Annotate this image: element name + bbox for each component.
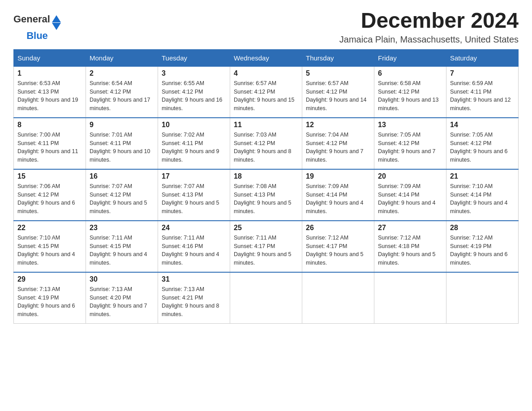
- day-number: 7: [450, 69, 515, 77]
- table-row: 17 Sunrise: 7:07 AM Sunset: 4:13 PM Dayl…: [158, 169, 230, 221]
- table-row: 31 Sunrise: 7:13 AM Sunset: 4:21 PM Dayl…: [158, 272, 230, 324]
- day-info: Sunrise: 7:07 AM Sunset: 4:12 PM Dayligh…: [90, 182, 154, 216]
- day-info: Sunrise: 7:11 AM Sunset: 4:15 PM Dayligh…: [90, 234, 154, 267]
- logo: General Blue: [13, 13, 61, 42]
- calendar-week-1: 1 Sunrise: 6:53 AM Sunset: 4:13 PM Dayli…: [14, 66, 519, 118]
- day-info: Sunrise: 7:13 AM Sunset: 4:20 PM Dayligh…: [90, 285, 154, 319]
- table-row: 11 Sunrise: 7:03 AM Sunset: 4:12 PM Dayl…: [230, 118, 302, 169]
- table-row: 23 Sunrise: 7:11 AM Sunset: 4:15 PM Dayl…: [86, 221, 158, 272]
- table-row: 26 Sunrise: 7:12 AM Sunset: 4:17 PM Dayl…: [302, 221, 374, 272]
- table-row: 19 Sunrise: 7:09 AM Sunset: 4:14 PM Dayl…: [302, 169, 374, 221]
- day-info: Sunrise: 6:57 AM Sunset: 4:12 PM Dayligh…: [306, 79, 370, 113]
- col-tuesday: Tuesday: [158, 49, 230, 66]
- day-info: Sunrise: 6:54 AM Sunset: 4:12 PM Dayligh…: [90, 79, 154, 113]
- day-info: Sunrise: 6:53 AM Sunset: 4:13 PM Dayligh…: [17, 79, 82, 113]
- day-number: 28: [450, 224, 515, 232]
- day-number: 8: [17, 121, 82, 129]
- calendar-week-3: 15 Sunrise: 7:06 AM Sunset: 4:12 PM Dayl…: [14, 169, 519, 221]
- table-row: 25 Sunrise: 7:11 AM Sunset: 4:17 PM Dayl…: [230, 221, 302, 272]
- day-number: 29: [17, 275, 82, 283]
- calendar-week-2: 8 Sunrise: 7:00 AM Sunset: 4:11 PM Dayli…: [14, 118, 519, 169]
- day-info: Sunrise: 7:03 AM Sunset: 4:12 PM Dayligh…: [234, 131, 298, 164]
- day-number: 14: [450, 121, 515, 129]
- calendar-header-row: Sunday Monday Tuesday Wednesday Thursday…: [14, 49, 519, 66]
- day-number: 13: [378, 121, 442, 129]
- day-number: 18: [234, 172, 298, 180]
- col-wednesday: Wednesday: [230, 49, 302, 66]
- table-row: 29 Sunrise: 7:13 AM Sunset: 4:19 PM Dayl…: [14, 272, 86, 324]
- day-number: 20: [378, 172, 442, 180]
- day-info: Sunrise: 7:12 AM Sunset: 4:19 PM Dayligh…: [450, 234, 515, 267]
- table-row: 14 Sunrise: 7:05 AM Sunset: 4:12 PM Dayl…: [446, 118, 519, 169]
- table-row: 15 Sunrise: 7:06 AM Sunset: 4:12 PM Dayl…: [14, 169, 86, 221]
- day-number: 10: [162, 121, 226, 129]
- table-row: [230, 272, 302, 324]
- day-info: Sunrise: 7:05 AM Sunset: 4:12 PM Dayligh…: [378, 131, 442, 164]
- day-info: Sunrise: 6:57 AM Sunset: 4:12 PM Dayligh…: [234, 79, 298, 113]
- table-row: 22 Sunrise: 7:10 AM Sunset: 4:15 PM Dayl…: [14, 221, 86, 272]
- day-info: Sunrise: 7:11 AM Sunset: 4:17 PM Dayligh…: [234, 234, 298, 267]
- day-info: Sunrise: 7:00 AM Sunset: 4:11 PM Dayligh…: [17, 131, 82, 164]
- day-info: Sunrise: 7:07 AM Sunset: 4:13 PM Dayligh…: [162, 182, 226, 216]
- day-number: 5: [306, 69, 370, 77]
- col-saturday: Saturday: [446, 49, 519, 66]
- day-info: Sunrise: 6:55 AM Sunset: 4:12 PM Dayligh…: [162, 79, 226, 113]
- day-info: Sunrise: 7:13 AM Sunset: 4:19 PM Dayligh…: [17, 285, 82, 319]
- calendar-table: Sunday Monday Tuesday Wednesday Thursday…: [13, 49, 519, 324]
- day-info: Sunrise: 7:11 AM Sunset: 4:16 PM Dayligh…: [162, 234, 226, 267]
- day-info: Sunrise: 7:10 AM Sunset: 4:14 PM Dayligh…: [450, 182, 515, 216]
- table-row: 7 Sunrise: 6:59 AM Sunset: 4:11 PM Dayli…: [446, 66, 519, 118]
- day-info: Sunrise: 7:04 AM Sunset: 4:12 PM Dayligh…: [306, 131, 370, 164]
- day-number: 23: [90, 224, 154, 232]
- table-row: [302, 272, 374, 324]
- table-row: 27 Sunrise: 7:12 AM Sunset: 4:18 PM Dayl…: [374, 221, 446, 272]
- day-info: Sunrise: 7:06 AM Sunset: 4:12 PM Dayligh…: [17, 182, 82, 216]
- logo-general-text: General: [13, 13, 50, 25]
- title-section: December 2024 Jamaica Plain, Massachuset…: [339, 9, 519, 45]
- table-row: 12 Sunrise: 7:04 AM Sunset: 4:12 PM Dayl…: [302, 118, 374, 169]
- day-info: Sunrise: 7:08 AM Sunset: 4:13 PM Dayligh…: [234, 182, 298, 216]
- day-number: 16: [90, 172, 154, 180]
- col-friday: Friday: [374, 49, 446, 66]
- table-row: 3 Sunrise: 6:55 AM Sunset: 4:12 PM Dayli…: [158, 66, 230, 118]
- calendar-week-5: 29 Sunrise: 7:13 AM Sunset: 4:19 PM Dayl…: [14, 272, 519, 324]
- logo-triangle-top: [52, 15, 61, 22]
- day-number: 19: [306, 172, 370, 180]
- day-info: Sunrise: 7:05 AM Sunset: 4:12 PM Dayligh…: [450, 131, 515, 164]
- day-info: Sunrise: 7:12 AM Sunset: 4:17 PM Dayligh…: [306, 234, 370, 267]
- table-row: 5 Sunrise: 6:57 AM Sunset: 4:12 PM Dayli…: [302, 66, 374, 118]
- day-number: 24: [162, 224, 226, 232]
- table-row: [374, 272, 446, 324]
- day-number: 1: [17, 69, 82, 77]
- table-row: [446, 272, 519, 324]
- table-row: 10 Sunrise: 7:02 AM Sunset: 4:11 PM Dayl…: [158, 118, 230, 169]
- col-sunday: Sunday: [14, 49, 86, 66]
- table-row: 16 Sunrise: 7:07 AM Sunset: 4:12 PM Dayl…: [86, 169, 158, 221]
- day-number: 2: [90, 69, 154, 77]
- table-row: 1 Sunrise: 6:53 AM Sunset: 4:13 PM Dayli…: [14, 66, 86, 118]
- day-number: 15: [17, 172, 82, 180]
- table-row: 30 Sunrise: 7:13 AM Sunset: 4:20 PM Dayl…: [86, 272, 158, 324]
- col-monday: Monday: [86, 49, 158, 66]
- col-thursday: Thursday: [302, 49, 374, 66]
- day-number: 4: [234, 69, 298, 77]
- day-info: Sunrise: 6:59 AM Sunset: 4:11 PM Dayligh…: [450, 79, 515, 113]
- day-number: 22: [17, 224, 82, 232]
- day-info: Sunrise: 7:10 AM Sunset: 4:15 PM Dayligh…: [17, 234, 82, 267]
- day-number: 31: [162, 275, 226, 283]
- day-info: Sunrise: 7:01 AM Sunset: 4:11 PM Dayligh…: [90, 131, 154, 164]
- table-row: 18 Sunrise: 7:08 AM Sunset: 4:13 PM Dayl…: [230, 169, 302, 221]
- day-number: 25: [234, 224, 298, 232]
- day-number: 27: [378, 224, 442, 232]
- day-info: Sunrise: 7:13 AM Sunset: 4:21 PM Dayligh…: [162, 285, 226, 319]
- table-row: 6 Sunrise: 6:58 AM Sunset: 4:12 PM Dayli…: [374, 66, 446, 118]
- table-row: 20 Sunrise: 7:09 AM Sunset: 4:14 PM Dayl…: [374, 169, 446, 221]
- table-row: 4 Sunrise: 6:57 AM Sunset: 4:12 PM Dayli…: [230, 66, 302, 118]
- day-number: 11: [234, 121, 298, 129]
- table-row: 28 Sunrise: 7:12 AM Sunset: 4:19 PM Dayl…: [446, 221, 519, 272]
- table-row: 2 Sunrise: 6:54 AM Sunset: 4:12 PM Dayli…: [86, 66, 158, 118]
- day-info: Sunrise: 7:09 AM Sunset: 4:14 PM Dayligh…: [306, 182, 370, 216]
- day-number: 17: [162, 172, 226, 180]
- month-title: December 2024: [339, 9, 519, 33]
- table-row: 24 Sunrise: 7:11 AM Sunset: 4:16 PM Dayl…: [158, 221, 230, 272]
